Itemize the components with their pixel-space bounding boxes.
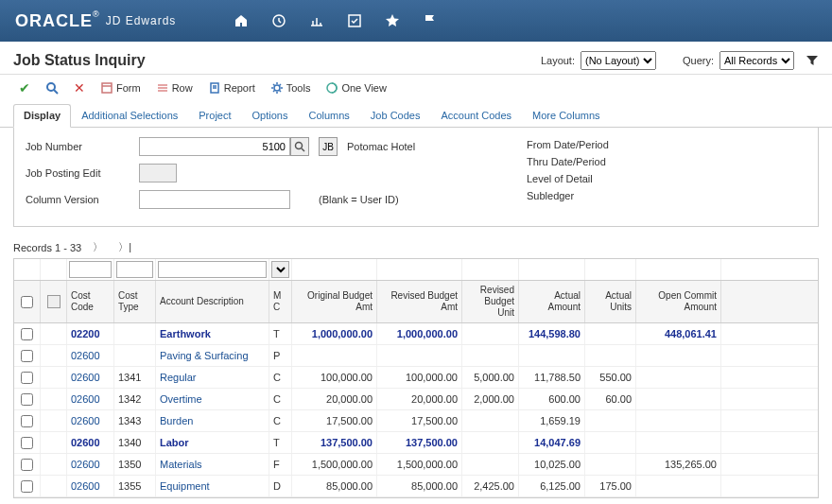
row-checkbox[interactable] (21, 459, 33, 471)
job-posting-edit-input[interactable] (139, 164, 177, 182)
app-header: ORACLE ® JD Edwards (0, 0, 832, 42)
account-desc-link[interactable]: Materials (160, 459, 202, 470)
row-menu[interactable]: Row (150, 79, 199, 96)
filter-cost-code[interactable] (69, 261, 112, 278)
job-number-search-icon[interactable] (290, 137, 309, 156)
cost-code-link[interactable]: 02600 (71, 437, 100, 448)
tab-additional-selections[interactable]: Additional Selections (71, 104, 188, 128)
tab-row: Display Additional Selections Project Op… (0, 103, 832, 128)
account-desc-link[interactable]: Labor (160, 437, 189, 448)
job-description: Potomac Hotel (347, 141, 489, 152)
layout-select[interactable]: (No Layout) (581, 51, 656, 70)
filter-mc[interactable] (271, 261, 289, 278)
col-mc[interactable]: M C (269, 281, 292, 322)
edit-icon[interactable] (346, 12, 363, 29)
table-row[interactable]: 02200EarthworkT1,000,000.001,000,000.001… (14, 323, 818, 345)
column-version-hint: (Blank = User ID) (319, 194, 489, 205)
ok-button[interactable]: ✔ (13, 78, 36, 97)
cost-code-link[interactable]: 02600 (71, 459, 100, 470)
table-row[interactable]: 02600Paving & SurfacingP (14, 345, 818, 367)
data-grid: Cost Code Cost Type Account Description … (13, 258, 819, 498)
col-rev-budget[interactable]: Revised Budget Amt (377, 281, 462, 322)
last-page-icon[interactable]: 〉| (114, 240, 135, 254)
svg-point-7 (296, 143, 303, 149)
query-label: Query: (683, 55, 714, 66)
table-row[interactable]: 026001355EquipmentD85,000.0085,000.002,4… (14, 476, 818, 497)
row-checkbox[interactable] (21, 480, 33, 493)
account-desc-link[interactable]: Overtime (160, 393, 202, 405)
filter-icon[interactable] (806, 54, 819, 67)
col-cost-code[interactable]: Cost Code (67, 281, 114, 322)
cost-code-link[interactable]: 02600 (71, 415, 100, 426)
home-icon[interactable] (233, 12, 250, 29)
find-button[interactable] (40, 79, 64, 96)
table-row[interactable]: 026001341RegularC100,000.00100,000.005,0… (14, 367, 818, 389)
col-actual-amt[interactable]: Actual Amount (519, 281, 585, 322)
query-select[interactable]: All Records (719, 51, 794, 70)
row-checkbox[interactable] (21, 437, 33, 449)
col-rev-unit[interactable]: Revised Budget Unit (462, 281, 519, 322)
job-number-label: Job Number (26, 141, 139, 152)
table-row[interactable]: 026001340LaborT137,500.00137,500.0014,04… (14, 432, 818, 454)
select-all-checkbox[interactable] (21, 296, 33, 308)
chart-icon[interactable] (308, 12, 325, 29)
action-toolbar: ✔ ✕ Form Row Report Tools One View (0, 75, 832, 101)
cost-code-link[interactable]: 02600 (71, 480, 100, 492)
row-checkbox[interactable] (21, 393, 33, 406)
table-row[interactable]: 026001343BurdenC17,500.0017,500.001,659.… (14, 410, 818, 432)
cost-code-link[interactable]: 02600 (71, 350, 100, 361)
cost-code-link[interactable]: 02600 (71, 372, 100, 383)
tab-display[interactable]: Display (13, 104, 71, 128)
col-orig-budget[interactable]: Original Budget Amt (292, 281, 377, 322)
account-desc-link[interactable]: Paving & Surfacing (160, 350, 249, 361)
grid-filter-row (14, 259, 818, 281)
row-selector-icon[interactable] (47, 295, 61, 308)
tab-account-codes[interactable]: Account Codes (430, 104, 522, 128)
tools-menu[interactable]: Tools (265, 79, 317, 96)
row-checkbox[interactable] (21, 415, 33, 427)
filter-account-desc[interactable] (158, 261, 267, 278)
col-actual-units[interactable]: Actual Units (585, 281, 636, 322)
tab-job-codes[interactable]: Job Codes (360, 104, 431, 128)
filter-cost-type[interactable] (116, 261, 153, 278)
row-checkbox[interactable] (21, 350, 33, 362)
table-row[interactable]: 026001342OvertimeC20,000.0020,000.002,00… (14, 389, 818, 410)
tab-options[interactable]: Options (242, 104, 299, 128)
tab-columns[interactable]: Columns (298, 104, 359, 128)
col-cost-type[interactable]: Cost Type (114, 281, 156, 322)
oneview-menu[interactable]: One View (320, 79, 392, 96)
cost-code-link[interactable]: 02600 (71, 393, 100, 405)
next-page-icon[interactable]: 〉 (89, 240, 107, 254)
star-icon[interactable] (384, 12, 401, 29)
brand-name: ORACLE (15, 11, 93, 31)
svg-point-2 (47, 83, 55, 91)
col-open-commit[interactable]: Open Commit Amount (636, 281, 721, 322)
flag-icon[interactable] (422, 12, 439, 29)
from-date-label: From Date/Period (527, 139, 609, 150)
account-desc-link[interactable]: Equipment (160, 480, 210, 492)
tab-more-columns[interactable]: More Columns (522, 104, 611, 128)
cost-code-link[interactable]: 02200 (71, 328, 100, 339)
account-desc-link[interactable]: Earthwork (160, 328, 211, 339)
tab-project[interactable]: Project (188, 104, 241, 128)
column-version-label: Column Version (26, 194, 139, 205)
close-button[interactable]: ✕ (68, 78, 91, 97)
job-number-input[interactable] (139, 137, 290, 156)
grid-body: 02200EarthworkT1,000,000.001,000,000.001… (14, 323, 818, 497)
account-desc-link[interactable]: Regular (160, 372, 197, 383)
row-checkbox[interactable] (21, 372, 33, 384)
form-menu[interactable]: Form (95, 79, 147, 96)
clock-icon[interactable] (270, 12, 287, 29)
brand-product: JD Edwards (106, 14, 177, 27)
jb-button[interactable]: JB (319, 137, 338, 156)
account-desc-link[interactable]: Burden (160, 415, 193, 426)
table-row[interactable]: 026001350MaterialsF1,500,000.001,500,000… (14, 454, 818, 476)
col-account-desc[interactable]: Account Description (156, 281, 269, 322)
report-menu[interactable]: Report (202, 79, 261, 96)
column-version-input[interactable] (139, 190, 290, 209)
header-icon-row (233, 12, 439, 29)
thru-date-label: Thru Date/Period (527, 156, 609, 167)
row-checkbox[interactable] (21, 328, 33, 340)
subledger-label: Subledger (527, 190, 609, 201)
layout-query-controls: Layout: (No Layout) Query: All Records (541, 51, 819, 70)
